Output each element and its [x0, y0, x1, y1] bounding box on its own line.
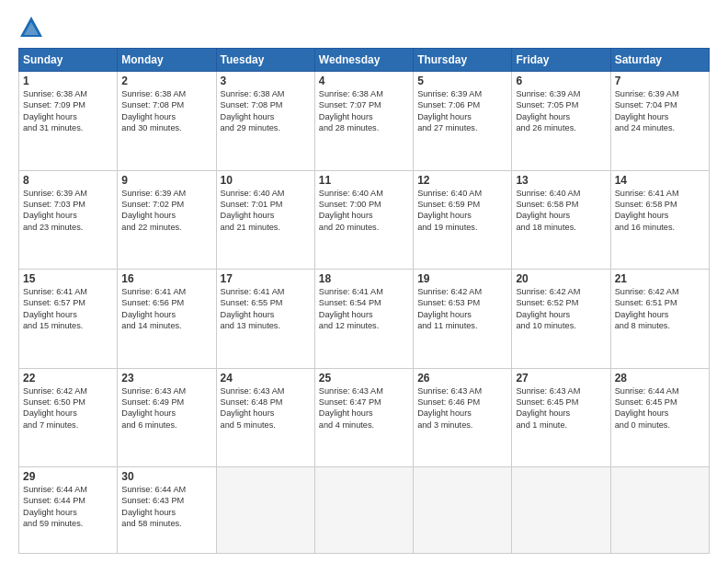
day-number: 6 — [516, 75, 606, 87]
calendar-cell: 28Sunrise: 6:44 AMSunset: 6:45 PMDayligh… — [610, 368, 709, 467]
calendar-cell: 13Sunrise: 6:40 AMSunset: 6:58 PMDayligh… — [512, 170, 610, 270]
calendar-cell — [216, 467, 314, 554]
day-number: 1 — [23, 75, 113, 87]
calendar-cell: 5Sunrise: 6:39 AMSunset: 7:06 PMDaylight… — [414, 72, 512, 171]
calendar-cell: 8Sunrise: 6:39 AMSunset: 7:03 PMDaylight… — [19, 170, 118, 270]
calendar-week-row: 1Sunrise: 6:38 AMSunset: 7:09 PMDaylight… — [19, 72, 710, 171]
cell-info: Sunrise: 6:43 AMSunset: 6:49 PMDaylight … — [121, 385, 211, 431]
calendar-week-row: 8Sunrise: 6:39 AMSunset: 7:03 PMDaylight… — [19, 170, 710, 270]
day-number: 9 — [121, 174, 211, 187]
day-number: 7 — [615, 75, 705, 87]
day-number: 26 — [417, 372, 507, 385]
calendar-cell: 22Sunrise: 6:42 AMSunset: 6:50 PMDayligh… — [19, 368, 118, 467]
day-number: 25 — [319, 372, 409, 385]
calendar-cell: 17Sunrise: 6:41 AMSunset: 6:55 PMDayligh… — [216, 270, 314, 369]
calendar-cell: 21Sunrise: 6:42 AMSunset: 6:51 PMDayligh… — [610, 270, 709, 369]
day-number: 30 — [121, 470, 211, 483]
calendar-cell: 29Sunrise: 6:44 AMSunset: 6:44 PMDayligh… — [19, 467, 118, 554]
cell-info: Sunrise: 6:42 AMSunset: 6:51 PMDaylight … — [615, 286, 705, 332]
day-number: 27 — [516, 372, 606, 385]
day-number: 10 — [221, 174, 311, 187]
cell-info: Sunrise: 6:41 AMSunset: 6:55 PMDaylight … — [221, 286, 311, 332]
calendar-cell: 15Sunrise: 6:41 AMSunset: 6:57 PMDayligh… — [19, 270, 118, 369]
page: SundayMondayTuesdayWednesdayThursdayFrid… — [0, 0, 728, 563]
calendar-cell: 20Sunrise: 6:42 AMSunset: 6:52 PMDayligh… — [512, 270, 610, 369]
day-number: 8 — [23, 174, 113, 187]
calendar-day-header: Wednesday — [314, 49, 413, 72]
cell-info: Sunrise: 6:41 AMSunset: 6:57 PMDaylight … — [23, 286, 113, 332]
cell-info: Sunrise: 6:43 AMSunset: 6:48 PMDaylight … — [221, 385, 311, 431]
day-number: 4 — [319, 75, 409, 87]
cell-info: Sunrise: 6:44 AMSunset: 6:44 PMDaylight … — [23, 484, 113, 530]
calendar-cell: 3Sunrise: 6:38 AMSunset: 7:08 PMDaylight… — [216, 72, 314, 171]
cell-info: Sunrise: 6:39 AMSunset: 7:02 PMDaylight … — [121, 188, 211, 234]
calendar-cell: 25Sunrise: 6:43 AMSunset: 6:47 PMDayligh… — [314, 368, 413, 467]
calendar-cell: 11Sunrise: 6:40 AMSunset: 7:00 PMDayligh… — [314, 170, 413, 270]
calendar-cell — [610, 467, 709, 554]
cell-info: Sunrise: 6:40 AMSunset: 6:58 PMDaylight … — [516, 188, 606, 234]
calendar-day-header: Tuesday — [216, 49, 314, 72]
day-number: 18 — [319, 272, 409, 285]
day-number: 23 — [121, 372, 211, 385]
calendar-cell: 18Sunrise: 6:41 AMSunset: 6:54 PMDayligh… — [314, 270, 413, 369]
calendar-cell: 23Sunrise: 6:43 AMSunset: 6:49 PMDayligh… — [118, 368, 216, 467]
calendar-cell — [314, 467, 413, 554]
cell-info: Sunrise: 6:43 AMSunset: 6:45 PMDaylight … — [516, 385, 606, 431]
day-number: 17 — [221, 272, 311, 285]
header — [18, 15, 710, 40]
calendar-cell: 9Sunrise: 6:39 AMSunset: 7:02 PMDaylight… — [118, 170, 216, 270]
day-number: 3 — [221, 75, 311, 87]
calendar-cell: 4Sunrise: 6:38 AMSunset: 7:07 PMDaylight… — [314, 72, 413, 171]
cell-info: Sunrise: 6:39 AMSunset: 7:04 PMDaylight … — [615, 88, 705, 134]
calendar-cell — [512, 467, 610, 554]
day-number: 20 — [516, 272, 606, 285]
day-number: 21 — [615, 272, 705, 285]
cell-info: Sunrise: 6:42 AMSunset: 6:52 PMDaylight … — [516, 286, 606, 332]
calendar-cell: 6Sunrise: 6:39 AMSunset: 7:05 PMDaylight… — [512, 72, 610, 171]
day-number: 24 — [221, 372, 311, 385]
cell-info: Sunrise: 6:39 AMSunset: 7:06 PMDaylight … — [417, 88, 507, 134]
cell-info: Sunrise: 6:41 AMSunset: 6:58 PMDaylight … — [615, 188, 705, 234]
cell-info: Sunrise: 6:40 AMSunset: 6:59 PMDaylight … — [417, 188, 507, 234]
day-number: 14 — [615, 174, 705, 187]
calendar-cell: 26Sunrise: 6:43 AMSunset: 6:46 PMDayligh… — [414, 368, 512, 467]
cell-info: Sunrise: 6:42 AMSunset: 6:53 PMDaylight … — [417, 286, 507, 332]
day-number: 22 — [23, 372, 113, 385]
cell-info: Sunrise: 6:38 AMSunset: 7:07 PMDaylight … — [319, 88, 409, 134]
calendar-cell: 16Sunrise: 6:41 AMSunset: 6:56 PMDayligh… — [118, 270, 216, 369]
calendar-cell: 1Sunrise: 6:38 AMSunset: 7:09 PMDaylight… — [19, 72, 118, 171]
cell-info: Sunrise: 6:44 AMSunset: 6:45 PMDaylight … — [615, 385, 705, 431]
day-number: 12 — [417, 174, 507, 187]
calendar-table: SundayMondayTuesdayWednesdayThursdayFrid… — [18, 48, 710, 554]
day-number: 29 — [23, 470, 113, 483]
cell-info: Sunrise: 6:38 AMSunset: 7:08 PMDaylight … — [221, 88, 311, 134]
day-number: 19 — [417, 272, 507, 285]
calendar-cell: 2Sunrise: 6:38 AMSunset: 7:08 PMDaylight… — [118, 72, 216, 171]
day-number: 2 — [121, 75, 211, 87]
logo — [18, 15, 48, 40]
calendar-cell — [414, 467, 512, 554]
calendar-week-row: 15Sunrise: 6:41 AMSunset: 6:57 PMDayligh… — [19, 270, 710, 369]
day-number: 11 — [319, 174, 409, 187]
calendar-week-row: 29Sunrise: 6:44 AMSunset: 6:44 PMDayligh… — [19, 467, 710, 554]
day-number: 5 — [417, 75, 507, 87]
calendar-day-header: Saturday — [610, 49, 709, 72]
day-number: 15 — [23, 272, 113, 285]
calendar-day-header: Monday — [118, 49, 216, 72]
calendar-day-header: Sunday — [19, 49, 118, 72]
cell-info: Sunrise: 6:39 AMSunset: 7:03 PMDaylight … — [23, 188, 113, 234]
cell-info: Sunrise: 6:44 AMSunset: 6:43 PMDaylight … — [121, 484, 211, 530]
day-number: 13 — [516, 174, 606, 187]
cell-info: Sunrise: 6:39 AMSunset: 7:05 PMDaylight … — [516, 88, 606, 134]
calendar-cell: 24Sunrise: 6:43 AMSunset: 6:48 PMDayligh… — [216, 368, 314, 467]
day-number: 16 — [121, 272, 211, 285]
calendar-cell: 27Sunrise: 6:43 AMSunset: 6:45 PMDayligh… — [512, 368, 610, 467]
cell-info: Sunrise: 6:38 AMSunset: 7:08 PMDaylight … — [121, 88, 211, 134]
calendar-cell: 19Sunrise: 6:42 AMSunset: 6:53 PMDayligh… — [414, 270, 512, 369]
calendar-cell: 10Sunrise: 6:40 AMSunset: 7:01 PMDayligh… — [216, 170, 314, 270]
cell-info: Sunrise: 6:40 AMSunset: 7:01 PMDaylight … — [221, 188, 311, 234]
calendar-day-header: Friday — [512, 49, 610, 72]
cell-info: Sunrise: 6:41 AMSunset: 6:54 PMDaylight … — [319, 286, 409, 332]
cell-info: Sunrise: 6:43 AMSunset: 6:47 PMDaylight … — [319, 385, 409, 431]
logo-icon — [18, 15, 44, 40]
